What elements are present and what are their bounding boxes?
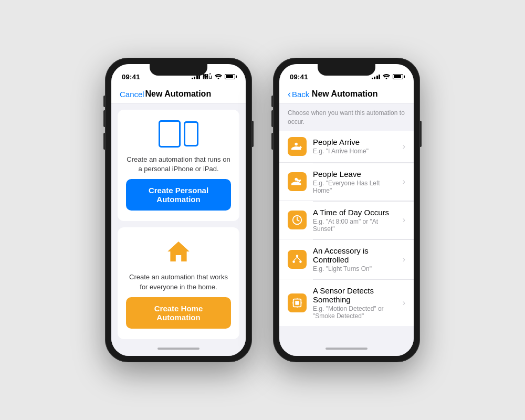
clock-icon bbox=[291, 214, 303, 226]
phone-1-screen: 09:41 ࿨ǖ Cance bbox=[111, 64, 246, 356]
svg-rect-9 bbox=[295, 301, 299, 304]
wifi-icon-1: ࿨ǖ bbox=[203, 74, 212, 80]
svg-point-3 bbox=[296, 255, 299, 257]
time-title: A Time of Day Occurs bbox=[313, 208, 396, 217]
home-icon-wrap bbox=[165, 238, 192, 265]
create-personal-automation-button[interactable]: Create Personal Automation bbox=[126, 179, 231, 211]
cancel-button[interactable]: Cancel bbox=[120, 90, 144, 99]
battery-icon-2 bbox=[393, 74, 403, 79]
list-item[interactable]: A Time of Day Occurs E.g. "At 8:00 am" o… bbox=[279, 202, 414, 239]
accessory-icon bbox=[291, 254, 303, 265]
volume-down-2 bbox=[271, 133, 273, 150]
notch-1 bbox=[150, 64, 207, 76]
chevron-right-icon: › bbox=[403, 255, 405, 264]
personal-automation-card: Create an automation that runs on a pers… bbox=[118, 110, 239, 221]
sensor-title: A Sensor Detects Something bbox=[313, 286, 396, 304]
iphone-shape bbox=[184, 121, 198, 146]
mute-switch-2 bbox=[271, 96, 273, 107]
back-button[interactable]: ‹ Back bbox=[288, 89, 309, 99]
sensor-icon-wrap bbox=[288, 293, 307, 312]
time-icon-wrap bbox=[288, 211, 307, 229]
people-arrive-title: People Arrive bbox=[313, 138, 396, 146]
create-home-automation-button[interactable]: Create Home Automation bbox=[126, 297, 231, 329]
wifi-icon-2 bbox=[383, 74, 390, 79]
accessory-subtitle: E.g. "Light Turns On" bbox=[313, 265, 396, 272]
list-item[interactable]: A Sensor Detects Something E.g. "Motion … bbox=[279, 280, 414, 326]
home-bar-2 bbox=[279, 341, 414, 356]
wifi-icon-1 bbox=[215, 74, 222, 79]
signal-icon-2 bbox=[372, 74, 381, 79]
volume-down-1 bbox=[103, 133, 105, 150]
status-time-2: 09:41 bbox=[290, 73, 308, 81]
svg-point-4 bbox=[292, 260, 295, 263]
automation-trigger-list: People Arrive E.g. "I Arrive Home" › Peo… bbox=[279, 131, 414, 326]
phone-2-screen: 09:41 ‹ bbox=[279, 64, 414, 356]
phone-1: 09:41 ࿨ǖ Cance bbox=[105, 58, 252, 362]
home-desc: Create an automation that works for ever… bbox=[126, 272, 231, 291]
person-arrive-icon bbox=[291, 141, 303, 152]
automation-subtitle: Choose when you want this automation to … bbox=[279, 103, 414, 131]
nav-title-2: New Automation bbox=[312, 89, 378, 99]
battery-icon-1 bbox=[225, 74, 235, 79]
people-leave-icon-wrap bbox=[288, 172, 307, 191]
accessory-title: An Accessory is Controlled bbox=[313, 246, 396, 264]
chevron-right-icon: › bbox=[403, 298, 405, 308]
personal-desc: Create an automation that runs on a pers… bbox=[126, 155, 231, 174]
sensor-text: A Sensor Detects Something E.g. "Motion … bbox=[313, 286, 396, 320]
nav-title-1: New Automation bbox=[145, 89, 212, 99]
list-item[interactable]: People Arrive E.g. "I Arrive Home" › bbox=[279, 131, 414, 163]
people-leave-subtitle: E.g. "Everyone Has Left Home" bbox=[313, 180, 396, 194]
time-subtitle: E.g. "At 8:00 am" or "At Sunset" bbox=[313, 218, 396, 233]
time-text: A Time of Day Occurs E.g. "At 8:00 am" o… bbox=[313, 208, 396, 233]
volume-up-2 bbox=[271, 110, 273, 127]
screen-2-content: Choose when you want this automation to … bbox=[279, 103, 414, 341]
svg-point-1 bbox=[386, 78, 387, 80]
svg-line-6 bbox=[294, 257, 297, 260]
volume-up-1 bbox=[103, 110, 105, 127]
ipad-shape bbox=[159, 120, 181, 148]
home-indicator-2 bbox=[326, 348, 368, 350]
sensor-subtitle: E.g. "Motion Detected" or "Smoke Detecte… bbox=[313, 305, 396, 320]
accessory-text: An Accessory is Controlled E.g. "Light T… bbox=[313, 246, 396, 272]
home-automation-card: Create an automation that works for ever… bbox=[118, 227, 239, 339]
people-arrive-subtitle: E.g. "I Arrive Home" bbox=[313, 148, 396, 155]
home-bar-1 bbox=[111, 341, 246, 356]
screen-1-content: Create an automation that runs on a pers… bbox=[111, 103, 246, 341]
people-arrive-text: People Arrive E.g. "I Arrive Home" bbox=[313, 138, 396, 155]
home-icon bbox=[165, 238, 192, 265]
status-time-1: 09:41 bbox=[122, 73, 140, 81]
back-chevron-icon: ‹ bbox=[288, 89, 291, 99]
phone-2: 09:41 ‹ bbox=[273, 58, 420, 362]
notch-2 bbox=[318, 64, 375, 76]
list-item[interactable]: An Accessory is Controlled E.g. "Light T… bbox=[279, 240, 414, 279]
svg-point-5 bbox=[299, 260, 302, 263]
chevron-right-icon: › bbox=[403, 177, 405, 186]
side-button-1 bbox=[252, 121, 254, 147]
chevron-right-icon: › bbox=[403, 215, 405, 225]
chevron-right-icon: › bbox=[403, 142, 405, 151]
home-indicator-1 bbox=[158, 348, 200, 350]
person-leave-icon bbox=[291, 176, 303, 187]
nav-bar-1: Cancel New Automation bbox=[111, 85, 246, 103]
mute-switch-1 bbox=[103, 96, 105, 107]
device-icon bbox=[159, 120, 198, 148]
nav-bar-2: ‹ Back New Automation bbox=[279, 85, 414, 103]
people-leave-title: People Leave bbox=[313, 170, 396, 178]
svg-point-0 bbox=[218, 78, 219, 80]
sensor-icon bbox=[291, 297, 303, 309]
svg-line-7 bbox=[297, 257, 300, 260]
status-icons-2 bbox=[372, 74, 404, 79]
accessory-icon-wrap bbox=[288, 250, 307, 269]
people-arrive-icon-wrap bbox=[288, 137, 307, 156]
list-item[interactable]: People Leave E.g. "Everyone Has Left Hom… bbox=[279, 163, 414, 201]
people-leave-text: People Leave E.g. "Everyone Has Left Hom… bbox=[313, 170, 396, 194]
side-button-2 bbox=[420, 121, 422, 147]
